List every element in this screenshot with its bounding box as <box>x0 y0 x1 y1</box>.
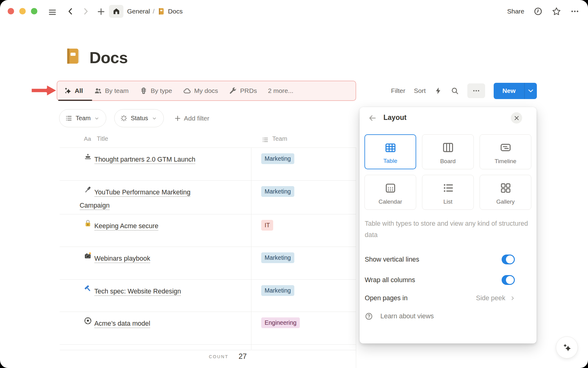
table-row[interactable]: YouTube Performance Marketing CampaignMa… <box>60 181 356 214</box>
breadcrumb-page[interactable]: Docs <box>168 8 183 15</box>
layout-option-label: Timeline <box>480 158 531 165</box>
share-button[interactable]: Share <box>507 8 524 15</box>
new-button[interactable]: New <box>494 83 537 99</box>
new-dropdown-icon[interactable] <box>525 87 537 94</box>
window-zoom-button[interactable] <box>31 8 37 14</box>
team-tag[interactable]: IT <box>261 220 273 231</box>
status-spinner-icon <box>120 114 128 122</box>
layout-option-label: Calendar <box>365 198 416 205</box>
panel-back-icon[interactable] <box>368 114 377 122</box>
table-row-partial <box>60 345 356 350</box>
layout-option-timeline[interactable]: Timeline <box>480 134 531 169</box>
calendar-view-icon <box>384 182 397 194</box>
view-tab-label: All <box>75 87 83 94</box>
count-value: 27 <box>239 352 247 361</box>
gallery-view-icon <box>499 182 512 194</box>
layout-option-board[interactable]: Board <box>422 134 474 169</box>
row-title-link[interactable]: Acme’s data model <box>80 317 205 330</box>
automation-bolt-icon[interactable] <box>434 87 442 95</box>
view-options-button[interactable] <box>467 83 485 98</box>
layout-option-table[interactable]: Table <box>364 134 416 169</box>
wrench-icon <box>229 87 237 95</box>
breadcrumb-separator: / <box>153 8 155 15</box>
search-icon[interactable] <box>451 87 459 95</box>
notion-window: General / Docs Share Docs AllBy teamBy t… <box>0 0 588 368</box>
row-title-link[interactable]: Thought partners 2.0 GTM Launch <box>80 153 205 166</box>
home-button[interactable] <box>109 5 123 18</box>
page-icon[interactable] <box>64 47 83 66</box>
view-tab-prds[interactable]: PRDs <box>229 87 257 95</box>
window-minimize-button[interactable] <box>19 8 26 14</box>
team-tag[interactable]: Marketing <box>261 153 294 164</box>
table-row[interactable]: Webinars playbookMarketing <box>60 247 356 280</box>
history-icon[interactable] <box>533 7 543 16</box>
board-view-icon <box>442 141 454 154</box>
more-options-icon[interactable] <box>570 7 579 16</box>
window-close-button[interactable] <box>8 8 14 14</box>
column-header-title[interactable]: Title <box>97 135 108 142</box>
view-tab-by-type[interactable]: By type <box>140 87 172 95</box>
view-tab-by-team[interactable]: By team <box>94 87 129 95</box>
column-header-team[interactable]: Team <box>272 135 287 142</box>
row-title-link[interactable]: Keeping Acme secure <box>80 220 205 233</box>
view-tab-my-docs[interactable]: My docs <box>183 87 218 95</box>
sidebar-menu-icon[interactable] <box>48 8 57 17</box>
annotation-arrow <box>28 81 60 100</box>
learn-label: Learn about views <box>380 312 434 320</box>
view-tab-label: PRDs <box>240 87 257 94</box>
team-tag[interactable]: Marketing <box>261 252 294 263</box>
close-icon <box>513 115 520 121</box>
row-title-link[interactable]: Tech spec: Website Redesign <box>80 285 205 298</box>
table-row[interactable]: Acme’s data modelEngineering <box>60 312 356 345</box>
view-tab-label: 2 more... <box>268 87 293 94</box>
people-icon <box>94 87 102 95</box>
layout-option-label: Board <box>422 158 473 165</box>
layout-option-calendar[interactable]: Calendar <box>364 175 416 210</box>
chevron-right-icon <box>510 295 516 301</box>
team-tag[interactable]: Marketing <box>261 285 294 296</box>
column-divider[interactable] <box>251 148 251 350</box>
filter-chip-team[interactable]: Team <box>59 109 106 127</box>
table-row[interactable]: Tech spec: Website RedesignMarketing <box>60 280 356 312</box>
page-title[interactable]: Docs <box>89 48 128 67</box>
team-tag[interactable]: Marketing <box>261 186 294 197</box>
count-label[interactable]: COUNT <box>209 354 228 359</box>
filter-chip-label: Status <box>131 115 148 122</box>
setting-label: Show vertical lines <box>365 256 419 263</box>
setting-label: Wrap all columns <box>365 276 415 284</box>
favorite-star-icon[interactable] <box>552 7 561 16</box>
notion-ai-button[interactable] <box>556 336 578 358</box>
back-icon[interactable] <box>66 7 75 16</box>
row-title-link[interactable]: YouTube Performance Marketing Campaign <box>80 186 205 212</box>
toggle-on[interactable] <box>502 275 515 285</box>
table-row[interactable]: Thought partners 2.0 GTM LaunchMarketing <box>60 148 356 181</box>
row-title-link[interactable]: Webinars playbook <box>80 252 205 265</box>
side-peek-selector[interactable]: Side peek <box>476 294 516 302</box>
view-tab-all[interactable]: All <box>64 87 83 95</box>
team-tag[interactable]: Engineering <box>261 317 300 328</box>
sparkles-icon <box>64 87 72 95</box>
filter-chip-status[interactable]: Status <box>114 109 164 127</box>
filter-button[interactable]: Filter <box>391 87 405 94</box>
table-footer: COUNT 27 <box>60 350 356 368</box>
panel-title: Layout <box>383 113 406 122</box>
layout-panel: Layout TableBoardTimelineCalendarListGal… <box>360 107 537 343</box>
sort-button[interactable]: Sort <box>414 87 426 94</box>
view-tab-2-more[interactable]: 2 more... <box>268 87 293 94</box>
list-icon <box>65 114 73 122</box>
new-page-icon[interactable] <box>97 7 105 16</box>
table-row[interactable]: Keeping Acme secureIT <box>60 214 356 247</box>
panel-close-button[interactable] <box>511 112 522 124</box>
table-right-edge[interactable] <box>356 148 356 368</box>
layout-option-list[interactable]: List <box>422 175 474 210</box>
table-view-icon <box>384 142 397 154</box>
toggle-on[interactable] <box>502 255 515 264</box>
help-icon <box>365 312 373 320</box>
forward-icon[interactable] <box>81 7 90 16</box>
learn-about-views-link[interactable]: Learn about views <box>365 311 434 322</box>
layout-option-gallery[interactable]: Gallery <box>480 175 531 210</box>
add-filter-button[interactable]: Add filter <box>174 115 209 122</box>
setting-show-vertical-lines: Show vertical lines <box>365 252 532 266</box>
breadcrumb-workspace[interactable]: General <box>127 8 150 15</box>
setting-value: Side peek <box>476 294 505 302</box>
